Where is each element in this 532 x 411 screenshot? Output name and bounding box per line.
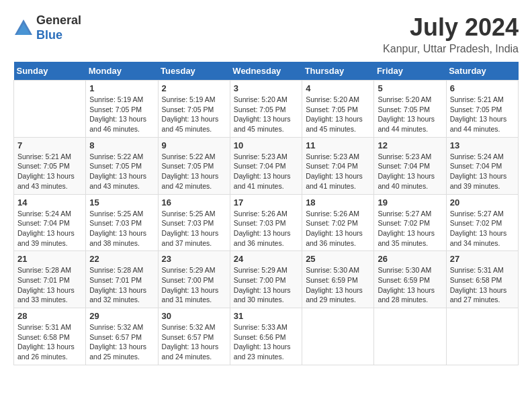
- calendar-cell: 10Sunrise: 5:23 AMSunset: 7:04 PMDayligh…: [230, 137, 302, 194]
- calendar-cell: 31Sunrise: 5:33 AMSunset: 6:56 PMDayligh…: [230, 308, 302, 365]
- logo-general: General: [36, 13, 81, 27]
- day-number: 31: [234, 311, 298, 321]
- calendar-cell: 21Sunrise: 5:28 AMSunset: 7:01 PMDayligh…: [14, 251, 86, 308]
- day-detail: Sunrise: 5:31 AMSunset: 6:58 PMDaylight:…: [17, 322, 82, 362]
- day-number: 14: [17, 197, 82, 208]
- day-detail: Sunrise: 5:31 AMSunset: 6:58 PMDaylight:…: [450, 265, 515, 305]
- day-number: 22: [89, 254, 154, 264]
- day-number: 20: [450, 197, 515, 208]
- day-detail: Sunrise: 5:27 AMSunset: 7:02 PMDaylight:…: [378, 209, 442, 248]
- day-number: 3: [234, 83, 298, 93]
- calendar-cell: 4Sunrise: 5:20 AMSunset: 7:05 PMDaylight…: [302, 81, 374, 138]
- calendar-cell: 11Sunrise: 5:23 AMSunset: 7:04 PMDayligh…: [302, 137, 374, 194]
- day-number: 16: [162, 197, 226, 208]
- day-number: 12: [378, 140, 442, 150]
- day-detail: Sunrise: 5:24 AMSunset: 7:04 PMDaylight:…: [450, 152, 515, 191]
- calendar-cell: 14Sunrise: 5:24 AMSunset: 7:04 PMDayligh…: [14, 194, 86, 251]
- header-friday: Friday: [374, 62, 446, 81]
- day-number: 27: [450, 254, 515, 264]
- calendar-cell: 23Sunrise: 5:29 AMSunset: 7:00 PMDayligh…: [158, 251, 230, 308]
- day-detail: Sunrise: 5:29 AMSunset: 7:00 PMDaylight:…: [234, 265, 298, 305]
- day-detail: Sunrise: 5:29 AMSunset: 7:00 PMDaylight:…: [162, 265, 226, 305]
- day-detail: Sunrise: 5:20 AMSunset: 7:05 PMDaylight:…: [306, 95, 370, 134]
- calendar-week-1: 1Sunrise: 5:19 AMSunset: 7:05 PMDaylight…: [14, 81, 519, 138]
- logo-text: General Blue: [36, 13, 81, 42]
- calendar-cell: 28Sunrise: 5:31 AMSunset: 6:58 PMDayligh…: [14, 308, 86, 365]
- day-number: 8: [89, 140, 154, 150]
- header-sunday: Sunday: [14, 62, 86, 81]
- day-detail: Sunrise: 5:24 AMSunset: 7:04 PMDaylight:…: [17, 209, 82, 248]
- header-wednesday: Wednesday: [230, 62, 302, 81]
- day-detail: Sunrise: 5:28 AMSunset: 7:01 PMDaylight:…: [17, 265, 82, 305]
- page-header: General Blue July 2024 Kanpur, Uttar Pra…: [13, 13, 519, 55]
- calendar-cell: [302, 308, 374, 365]
- calendar-cell: 25Sunrise: 5:30 AMSunset: 6:59 PMDayligh…: [302, 251, 374, 308]
- logo-icon: [13, 18, 34, 38]
- day-detail: Sunrise: 5:21 AMSunset: 7:05 PMDaylight:…: [17, 152, 82, 191]
- calendar-cell: [14, 81, 86, 138]
- day-number: 13: [450, 140, 515, 150]
- calendar-cell: 15Sunrise: 5:25 AMSunset: 7:03 PMDayligh…: [86, 194, 158, 251]
- day-detail: Sunrise: 5:32 AMSunset: 6:57 PMDaylight:…: [162, 322, 226, 362]
- calendar-header-row: SundayMondayTuesdayWednesdayThursdayFrid…: [14, 62, 519, 81]
- calendar-week-4: 21Sunrise: 5:28 AMSunset: 7:01 PMDayligh…: [14, 251, 519, 308]
- logo: General Blue: [13, 13, 81, 42]
- calendar-cell: 22Sunrise: 5:28 AMSunset: 7:01 PMDayligh…: [86, 251, 158, 308]
- day-detail: Sunrise: 5:23 AMSunset: 7:04 PMDaylight:…: [378, 152, 442, 191]
- day-detail: Sunrise: 5:26 AMSunset: 7:02 PMDaylight:…: [306, 209, 370, 248]
- day-detail: Sunrise: 5:25 AMSunset: 7:03 PMDaylight:…: [89, 209, 154, 248]
- calendar-cell: 1Sunrise: 5:19 AMSunset: 7:05 PMDaylight…: [86, 81, 158, 138]
- day-detail: Sunrise: 5:30 AMSunset: 6:59 PMDaylight:…: [306, 265, 370, 305]
- calendar-cell: 3Sunrise: 5:20 AMSunset: 7:05 PMDaylight…: [230, 81, 302, 138]
- calendar-table: SundayMondayTuesdayWednesdayThursdayFrid…: [13, 62, 519, 365]
- calendar-cell: 7Sunrise: 5:21 AMSunset: 7:05 PMDaylight…: [14, 137, 86, 194]
- day-detail: Sunrise: 5:23 AMSunset: 7:04 PMDaylight:…: [234, 152, 298, 191]
- day-number: 5: [378, 83, 442, 93]
- day-number: 17: [234, 197, 298, 208]
- calendar-cell: 8Sunrise: 5:22 AMSunset: 7:05 PMDaylight…: [86, 137, 158, 194]
- day-detail: Sunrise: 5:26 AMSunset: 7:03 PMDaylight:…: [234, 209, 298, 248]
- calendar-cell: 20Sunrise: 5:27 AMSunset: 7:02 PMDayligh…: [446, 194, 518, 251]
- calendar-cell: 13Sunrise: 5:24 AMSunset: 7:04 PMDayligh…: [446, 137, 518, 194]
- day-number: 6: [450, 83, 515, 93]
- day-number: 19: [378, 197, 442, 208]
- day-number: 7: [17, 140, 82, 150]
- header-thursday: Thursday: [302, 62, 374, 81]
- day-detail: Sunrise: 5:20 AMSunset: 7:05 PMDaylight:…: [234, 95, 298, 134]
- day-number: 24: [234, 254, 298, 264]
- day-number: 21: [17, 254, 82, 264]
- day-detail: Sunrise: 5:33 AMSunset: 6:56 PMDaylight:…: [234, 322, 298, 362]
- day-number: 1: [89, 83, 154, 93]
- calendar-week-3: 14Sunrise: 5:24 AMSunset: 7:04 PMDayligh…: [14, 194, 519, 251]
- day-number: 30: [162, 311, 226, 321]
- day-detail: Sunrise: 5:22 AMSunset: 7:05 PMDaylight:…: [89, 152, 154, 191]
- day-number: 28: [17, 311, 82, 321]
- calendar-cell: 12Sunrise: 5:23 AMSunset: 7:04 PMDayligh…: [374, 137, 446, 194]
- logo-blue: Blue: [36, 28, 62, 42]
- calendar-cell: 9Sunrise: 5:22 AMSunset: 7:05 PMDaylight…: [158, 137, 230, 194]
- day-number: 25: [306, 254, 370, 264]
- calendar-cell: 16Sunrise: 5:25 AMSunset: 7:03 PMDayligh…: [158, 194, 230, 251]
- title-section: July 2024 Kanpur, Uttar Pradesh, India: [383, 13, 519, 55]
- day-detail: Sunrise: 5:25 AMSunset: 7:03 PMDaylight:…: [162, 209, 226, 248]
- calendar-cell: 18Sunrise: 5:26 AMSunset: 7:02 PMDayligh…: [302, 194, 374, 251]
- day-detail: Sunrise: 5:27 AMSunset: 7:02 PMDaylight:…: [450, 209, 515, 248]
- calendar-cell: 19Sunrise: 5:27 AMSunset: 7:02 PMDayligh…: [374, 194, 446, 251]
- day-detail: Sunrise: 5:23 AMSunset: 7:04 PMDaylight:…: [306, 152, 370, 191]
- calendar-cell: 6Sunrise: 5:21 AMSunset: 7:05 PMDaylight…: [446, 81, 518, 138]
- calendar-week-5: 28Sunrise: 5:31 AMSunset: 6:58 PMDayligh…: [14, 308, 519, 365]
- day-detail: Sunrise: 5:19 AMSunset: 7:05 PMDaylight:…: [162, 95, 226, 134]
- day-number: 23: [162, 254, 226, 264]
- calendar-cell: 29Sunrise: 5:32 AMSunset: 6:57 PMDayligh…: [86, 308, 158, 365]
- day-number: 10: [234, 140, 298, 150]
- day-number: 4: [306, 83, 370, 93]
- day-number: 2: [162, 83, 226, 93]
- header-tuesday: Tuesday: [158, 62, 230, 81]
- day-detail: Sunrise: 5:28 AMSunset: 7:01 PMDaylight:…: [89, 265, 154, 305]
- day-detail: Sunrise: 5:19 AMSunset: 7:05 PMDaylight:…: [89, 95, 154, 134]
- main-title: July 2024: [383, 13, 519, 42]
- day-detail: Sunrise: 5:20 AMSunset: 7:05 PMDaylight:…: [378, 95, 442, 134]
- calendar-cell: 2Sunrise: 5:19 AMSunset: 7:05 PMDaylight…: [158, 81, 230, 138]
- calendar-cell: 26Sunrise: 5:30 AMSunset: 6:59 PMDayligh…: [374, 251, 446, 308]
- calendar-cell: [374, 308, 446, 365]
